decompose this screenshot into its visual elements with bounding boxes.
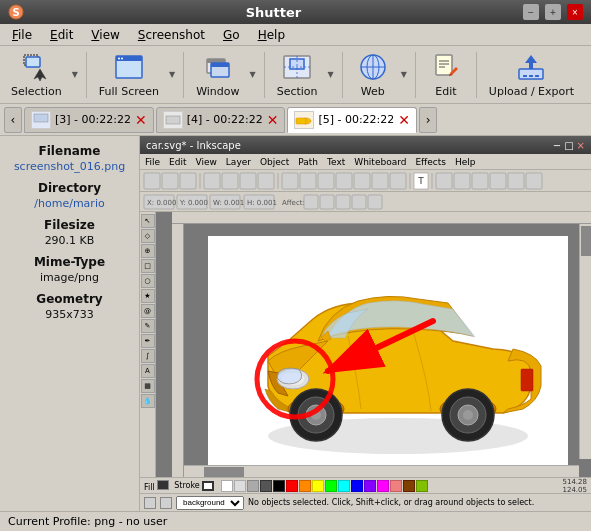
filename-label: Filename: [8, 144, 131, 158]
web-icon: [357, 51, 389, 83]
inkscape-menu-file[interactable]: File: [142, 157, 163, 167]
minimize-button[interactable]: −: [523, 4, 539, 20]
fullscreen-button[interactable]: Full Screen: [92, 49, 166, 101]
section-dropdown[interactable]: ▼: [325, 49, 337, 101]
color-yellow[interactable]: [312, 480, 324, 492]
tool-text[interactable]: A: [141, 364, 155, 378]
inkscape-menu-layer[interactable]: Layer: [223, 157, 254, 167]
canvas-inner[interactable]: [184, 224, 591, 477]
svg-rect-56: [454, 173, 470, 189]
web-button[interactable]: Web: [348, 49, 398, 101]
section-label: Section: [277, 85, 318, 98]
color-gray[interactable]: [247, 480, 259, 492]
tool-node[interactable]: ◇: [141, 229, 155, 243]
inkscape-menu-path[interactable]: Path: [295, 157, 321, 167]
tool-calligraphy[interactable]: ∫: [141, 349, 155, 363]
color-brown[interactable]: [403, 480, 415, 492]
maximize-button[interactable]: +: [545, 4, 561, 20]
vertical-scrollbar[interactable]: [579, 224, 591, 459]
tool-select[interactable]: ↖: [141, 214, 155, 228]
tab-5-close[interactable]: ✕: [398, 113, 410, 127]
web-group: Web ▼: [348, 49, 410, 101]
section-button[interactable]: Section: [270, 49, 325, 101]
window-button[interactable]: Window: [189, 49, 246, 101]
upload-button[interactable]: Upload / Export: [482, 49, 581, 101]
tab-5[interactable]: [5] - 00:22:22 ✕: [287, 107, 417, 133]
color-magenta[interactable]: [377, 480, 389, 492]
svg-canvas[interactable]: [208, 236, 568, 466]
menu-screenshot[interactable]: Screenshot: [130, 26, 213, 44]
color-darkgray[interactable]: [260, 480, 272, 492]
tool-pencil[interactable]: ✎: [141, 319, 155, 333]
filesize-value: 290.1 KB: [8, 234, 131, 247]
selection-group: Selection ▼: [4, 49, 81, 101]
horizontal-scrollbar[interactable]: [184, 465, 579, 477]
tool-gradient[interactable]: ▦: [141, 379, 155, 393]
inkscape-canvas[interactable]: [156, 212, 591, 477]
svg-point-7: [121, 58, 123, 60]
tab-3-close[interactable]: ✕: [135, 113, 147, 127]
color-green[interactable]: [325, 480, 337, 492]
fullscreen-group: Full Screen ▼: [92, 49, 178, 101]
tool-zoom[interactable]: ⊕: [141, 244, 155, 258]
inkscape-maximize[interactable]: □: [564, 140, 573, 151]
color-orange[interactable]: [299, 480, 311, 492]
inkscape-menu-edit[interactable]: Edit: [166, 157, 189, 167]
menu-file[interactable]: File: [4, 26, 40, 44]
svg-text:Affect:: Affect:: [282, 199, 305, 207]
horizontal-scrollbar-thumb[interactable]: [204, 467, 244, 477]
selection-button[interactable]: Selection: [4, 49, 69, 101]
inkscape-menu-object[interactable]: Object: [257, 157, 292, 167]
color-blue[interactable]: [351, 480, 363, 492]
layer-select[interactable]: background: [176, 496, 244, 510]
inkscape-menu-help[interactable]: Help: [452, 157, 479, 167]
tab-prev-button[interactable]: ‹: [4, 107, 22, 133]
svg-rect-74: [368, 195, 382, 209]
inkscape-menu-text[interactable]: Text: [324, 157, 348, 167]
tool-dropper[interactable]: 💧: [141, 394, 155, 408]
tool-circle[interactable]: ○: [141, 274, 155, 288]
menu-help[interactable]: Help: [250, 26, 293, 44]
menu-edit[interactable]: Edit: [42, 26, 81, 44]
close-button[interactable]: ×: [567, 4, 583, 20]
tab-4[interactable]: [4] - 00:22:22 ✕: [156, 107, 286, 133]
color-purple[interactable]: [364, 480, 376, 492]
fullscreen-dropdown[interactable]: ▼: [166, 49, 178, 101]
web-dropdown[interactable]: ▼: [398, 49, 410, 101]
chevron-down-icon-4: ▼: [328, 70, 334, 79]
color-red[interactable]: [286, 480, 298, 492]
color-olive[interactable]: [416, 480, 428, 492]
inkscape-menu-effects[interactable]: Effects: [412, 157, 449, 167]
menu-view[interactable]: View: [83, 26, 127, 44]
edit-button[interactable]: Edit: [421, 49, 471, 101]
vertical-scrollbar-thumb[interactable]: [581, 226, 591, 256]
tool-pen[interactable]: ✒: [141, 334, 155, 348]
coordinate-display: 514.28 124.05: [563, 478, 588, 494]
tab-3[interactable]: [3] - 00:22:22 ✕: [24, 107, 154, 133]
svg-text:T: T: [417, 176, 424, 186]
chevron-down-icon-3: ▼: [250, 70, 256, 79]
toolbar-separator-2: [183, 52, 184, 98]
status-text: No objects selected. Click, Shift+click,…: [248, 498, 534, 507]
tab-4-close[interactable]: ✕: [267, 113, 279, 127]
menu-go[interactable]: Go: [215, 26, 248, 44]
inkscape-statusbar: background No objects selected. Click, S…: [140, 493, 591, 511]
tool-star[interactable]: ★: [141, 289, 155, 303]
window-dropdown[interactable]: ▼: [247, 49, 259, 101]
svg-rect-58: [490, 173, 506, 189]
color-white[interactable]: [221, 480, 233, 492]
color-lightgray[interactable]: [234, 480, 246, 492]
color-pink[interactable]: [390, 480, 402, 492]
selection-dropdown[interactable]: ▼: [69, 49, 81, 101]
tool-spiral[interactable]: @: [141, 304, 155, 318]
inkscape-close[interactable]: ×: [577, 140, 585, 151]
ruler-horizontal: [172, 212, 591, 224]
inkscape-menu-whiteboard[interactable]: Whiteboard: [351, 157, 409, 167]
tab-next-button[interactable]: ›: [419, 107, 437, 133]
tool-rect[interactable]: □: [141, 259, 155, 273]
svg-rect-20: [436, 55, 452, 75]
inkscape-minimize[interactable]: −: [553, 140, 561, 151]
inkscape-menu-view[interactable]: View: [193, 157, 220, 167]
color-black[interactable]: [273, 480, 285, 492]
color-cyan[interactable]: [338, 480, 350, 492]
